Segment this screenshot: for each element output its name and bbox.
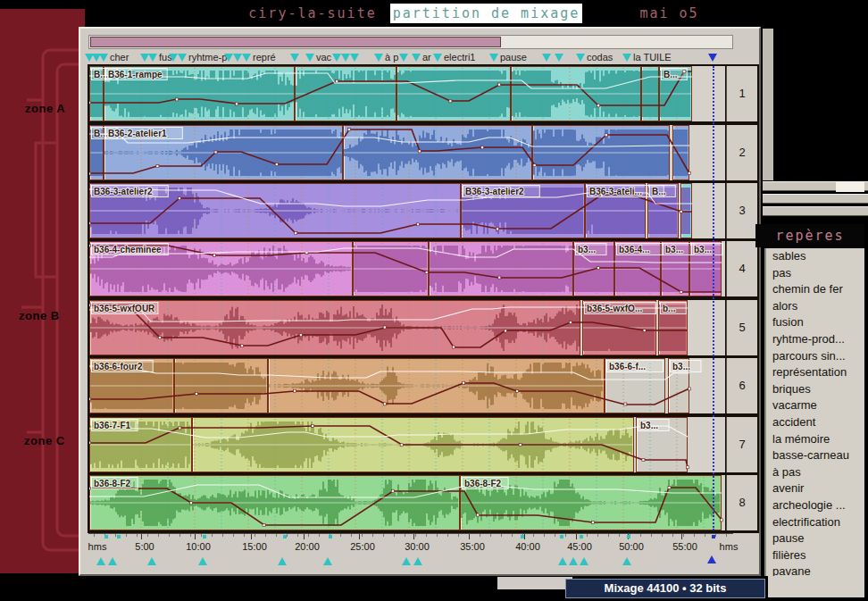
marker-label[interactable]: ryhtme-p <box>188 52 227 63</box>
track-lane-b36-5-wxfOUR[interactable]: b36-5-wxfOURb36-5-wxfO...b... <box>89 300 725 355</box>
reperes-item[interactable]: sables <box>766 248 864 265</box>
marker-label[interactable]: à p <box>385 52 398 63</box>
marker-label[interactable]: electri1 <box>444 52 475 63</box>
reperes-item[interactable]: ryhtme-prod... <box>766 331 864 348</box>
clip-label[interactable]: b36-4-cheminee <box>94 245 162 255</box>
marker-triangle[interactable] <box>622 54 631 62</box>
bottom-marker-triangle[interactable] <box>96 557 105 565</box>
track-lane-B36-3-atelier2[interactable]: B36-3-atelier2B36-3-atelier2B36-3-ateli.… <box>89 183 725 238</box>
marker-triangle[interactable] <box>169 54 178 62</box>
reperes-item[interactable]: accident <box>766 414 864 431</box>
bottom-marker-triangle[interactable] <box>147 557 156 565</box>
marker-triangle[interactable] <box>148 54 157 62</box>
bottom-marker-triangle[interactable] <box>278 557 287 565</box>
clip-label[interactable]: b3... <box>665 245 683 255</box>
clip-label[interactable]: B36-3-atelier2 <box>94 187 153 196</box>
marker-triangle[interactable] <box>305 54 314 62</box>
reperes-item[interactable]: archeologie ... <box>766 497 864 514</box>
reperes-item[interactable]: filières <box>766 547 864 564</box>
bottom-marker-triangle[interactable] <box>198 557 207 565</box>
clip-label[interactable]: b36-6-f... <box>609 362 646 371</box>
bottom-marker-triangle[interactable] <box>580 557 588 565</box>
reperes-item[interactable]: pas <box>766 265 864 282</box>
clip-label[interactable]: b3... <box>672 362 690 371</box>
bottom-marker-triangle[interactable] <box>413 557 422 565</box>
clip-label[interactable]: b3... <box>640 421 658 430</box>
reperes-item[interactable]: fusion <box>766 314 864 331</box>
marker-label[interactable]: pause <box>500 52 527 63</box>
marker-triangle[interactable] <box>224 54 233 62</box>
reperes-item[interactable]: la mémoire <box>766 431 864 448</box>
clip-label[interactable]: B36-1-rampe <box>108 70 163 79</box>
scrollbar-thumb[interactable] <box>90 37 501 47</box>
bottom-marker-triangle[interactable] <box>622 557 631 565</box>
marker-triangle[interactable] <box>542 54 551 62</box>
marker-label[interactable]: vac <box>316 52 331 63</box>
marker-triangle[interactable] <box>489 54 498 62</box>
clip-label[interactable]: b... <box>663 304 676 313</box>
track-lane-b36-8-F2[interactable]: b36-8-F2b36-8-F2 <box>89 475 725 530</box>
reperes-item[interactable]: à pas <box>766 464 864 481</box>
clip-label[interactable]: B36-3-atelier2 <box>465 187 524 196</box>
marker-triangle[interactable] <box>576 54 585 62</box>
bottom-marker-triangle[interactable] <box>569 557 578 565</box>
clip-label[interactable]: B36-3-ateli... <box>589 187 642 196</box>
track-lane-B36-1-rampe[interactable]: B...B36-1-rampeB... <box>89 66 725 121</box>
marker-triangle[interactable] <box>242 54 251 62</box>
time-ruler[interactable]: hms5:0010:0015:0020:0025:0030:0035:0040:… <box>88 533 733 555</box>
reperes-item[interactable]: basse-carneau <box>766 447 864 464</box>
marker-label[interactable]: ar <box>422 52 431 63</box>
marker-triangle[interactable] <box>332 54 341 62</box>
marker-label[interactable]: cher <box>110 52 129 63</box>
track-lane-B36-2-atelier1[interactable]: B...B36-2-atelier1 <box>89 125 725 180</box>
marker-triangle[interactable] <box>178 54 187 62</box>
clip-label[interactable]: b36-5-wxfO... <box>587 304 642 313</box>
reperes-item[interactable]: parcours sin... <box>766 348 864 365</box>
marker-triangle[interactable] <box>433 54 442 62</box>
clip-label[interactable]: B... <box>652 187 666 196</box>
clip-label[interactable]: b36-5-wxfOUR <box>94 304 155 313</box>
clip-label[interactable]: b3... <box>578 245 596 255</box>
reperes-item[interactable]: briques <box>766 381 864 398</box>
reperes-item[interactable]: electrification <box>766 514 864 531</box>
reperes-item[interactable]: alors <box>766 298 864 315</box>
clip-label[interactable]: b36-8-F2 <box>94 479 131 488</box>
clip-label[interactable]: b3... <box>694 245 712 255</box>
reperes-item[interactable]: vacarme <box>766 397 864 414</box>
marker-triangle[interactable] <box>412 54 421 62</box>
marker-label[interactable]: la TUILE <box>633 52 672 63</box>
reperes-item[interactable]: représentation <box>766 364 864 381</box>
marker-triangle[interactable] <box>99 54 108 62</box>
marker-triangle[interactable] <box>555 54 563 62</box>
clip-label[interactable]: B36-2-atelier1 <box>108 129 167 138</box>
marker-triangle[interactable] <box>350 54 359 62</box>
reperes-list: sablespaschemin de feralorsfusionryhtme-… <box>764 248 864 597</box>
track-lane-b36-7-F1[interactable]: b36-7-F1b3... <box>89 417 725 472</box>
bottom-marker-triangle[interactable] <box>323 557 332 565</box>
clip-label[interactable]: b36-7-F1 <box>94 421 131 430</box>
reperes-item[interactable]: pause <box>766 530 864 547</box>
marker-label[interactable]: repré <box>253 52 276 63</box>
bottom-marker-triangle[interactable] <box>558 557 567 565</box>
minor-tick <box>705 534 705 537</box>
clip-label[interactable]: b36-4... <box>619 245 650 255</box>
track-lane-b36-6-four2[interactable]: b36-6-four2b36-6-f...b3... <box>89 358 725 413</box>
marker-label[interactable]: codas <box>587 52 613 63</box>
reperes-item[interactable]: avenir <box>766 480 864 497</box>
bottom-marker-triangle[interactable] <box>108 557 117 565</box>
clip-label[interactable]: b36-8-F2 <box>464 479 502 488</box>
clip-label[interactable]: b36-6-four2 <box>94 362 143 371</box>
marker-triangle[interactable] <box>374 54 383 62</box>
horizontal-scrollbar[interactable] <box>88 35 733 49</box>
selection-marker-icon[interactable] <box>708 54 717 62</box>
marker-triangle[interactable] <box>233 54 242 62</box>
marker-triangle[interactable] <box>399 54 408 62</box>
marker-triangle[interactable] <box>341 54 350 62</box>
playhead-line[interactable] <box>713 66 714 530</box>
clip-label[interactable]: B... <box>664 70 678 79</box>
bottom-marker-triangle[interactable] <box>402 557 411 565</box>
bottom-selection-marker-icon[interactable] <box>707 555 716 563</box>
reperes-item[interactable]: chemin de fer <box>766 281 864 298</box>
marker-triangle[interactable] <box>290 54 299 62</box>
track-lane-b36-4-cheminee[interactable]: b36-4-chemineeb3...b36-4...b3...b3... <box>89 241 725 296</box>
